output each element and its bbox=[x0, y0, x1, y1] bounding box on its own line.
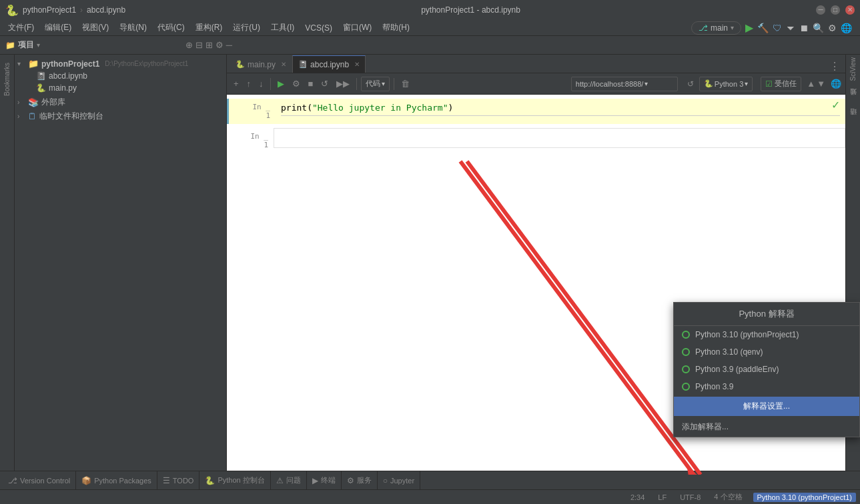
more-tabs-icon[interactable]: ⋮ bbox=[824, 60, 845, 73]
menu-code[interactable]: 代码(C) bbox=[152, 21, 190, 35]
breadcrumb-file: abcd.ipynb bbox=[87, 5, 125, 15]
project-close-icon[interactable]: ─ bbox=[226, 40, 232, 50]
interpreter-popup: Python 解释器 Python 3.10 (pythonProject1) … bbox=[673, 302, 860, 437]
settings-icon[interactable]: ⚙ bbox=[828, 23, 837, 33]
refresh-icon[interactable]: ↺ bbox=[687, 79, 694, 89]
tree-main-py[interactable]: 🐍 main.py bbox=[15, 82, 226, 94]
notebook-file-icon: 📓 bbox=[36, 71, 46, 81]
code-string: "Hello jupyter in Pycharm" bbox=[312, 103, 448, 113]
interpreter-item-0[interactable]: Python 3.10 (pythonProject1) bbox=[674, 326, 859, 343]
cell-2-code[interactable] bbox=[274, 128, 845, 148]
tree-abcd-ipynb[interactable]: 📓 abcd.ipynb bbox=[15, 70, 226, 82]
close-button[interactable]: ✕ bbox=[845, 5, 855, 15]
menu-window[interactable]: 窗口(W) bbox=[338, 21, 377, 35]
restart-button[interactable]: ↺ bbox=[318, 76, 331, 92]
minimize-button[interactable]: ─ bbox=[816, 5, 825, 15]
tab-abcd-close[interactable]: ✕ bbox=[354, 61, 360, 68]
services-icon: ⚙ bbox=[347, 476, 354, 485]
sciview-label[interactable]: SciView bbox=[849, 57, 857, 81]
bookmarks-label[interactable]: Bookmarks bbox=[2, 60, 12, 99]
python-packages-label: Python Packages bbox=[94, 477, 151, 485]
move-up-icon: ↑ bbox=[247, 79, 252, 89]
delete-cell-button[interactable]: 🗑 bbox=[398, 76, 412, 92]
status-bar: 2:34 LF UTF-8 4 个空格 Python 3.10 (pythonP… bbox=[0, 489, 860, 504]
project-tree: ▾ 📁 pythonProject1 D:\PythonEx\pythonPro… bbox=[15, 55, 226, 471]
cell-type-dropdown[interactable]: 代码 ▾ bbox=[361, 77, 390, 91]
menu-vcs[interactable]: VCS(S) bbox=[300, 22, 338, 34]
search-everywhere-icon[interactable]: 🔍 bbox=[813, 23, 824, 33]
main-py-label: main.py bbox=[49, 83, 77, 93]
menu-refactor[interactable]: 重构(R) bbox=[190, 21, 228, 35]
jupyter-url-bar[interactable]: http://localhost:8888/ ▾ bbox=[571, 77, 678, 91]
interpreter-item-1[interactable]: Python 3.10 (qenv) bbox=[674, 343, 859, 361]
tree-external-libs[interactable]: › 📚 外部库 bbox=[15, 95, 226, 109]
cell-1-in-label: In _ bbox=[229, 103, 270, 111]
bottom-tab-terminal[interactable]: ▶ 终端 bbox=[307, 471, 342, 490]
bottom-tab-problems[interactable]: ⚠ 问题 bbox=[271, 471, 307, 490]
bottom-tab-version-control[interactable]: ⎇ Version Control bbox=[3, 471, 76, 490]
add-interpreter-button[interactable]: 添加解释器... bbox=[674, 417, 859, 437]
cell-1-code[interactable]: print("Hello jupyter in Pycharm") bbox=[276, 99, 845, 120]
interpreter-item-2[interactable]: Python 3.9 (paddleEnv) bbox=[674, 361, 859, 378]
cell-type-chevron-icon: ▾ bbox=[382, 80, 385, 87]
run-cell-button[interactable]: ▶ bbox=[275, 76, 287, 92]
interpreter-settings-button[interactable]: 解释器设置... bbox=[674, 397, 859, 416]
more-run-icon[interactable]: ⏷ bbox=[786, 23, 795, 33]
bottom-tab-services[interactable]: ⚙ 服务 bbox=[342, 471, 378, 490]
expand-all-icon[interactable]: ⊞ bbox=[205, 40, 213, 50]
plugins-icon[interactable]: 🌐 bbox=[841, 23, 852, 33]
trusted-label: 受信任 bbox=[775, 79, 797, 89]
kernel-selector[interactable]: 🐍 Python 3 ▾ bbox=[699, 77, 753, 91]
tree-root[interactable]: ▾ 📁 pythonProject1 D:\PythonEx\pythonPro… bbox=[15, 57, 226, 70]
external-expand-icon: › bbox=[17, 99, 25, 106]
branch-selector[interactable]: ⎇ main ▾ bbox=[691, 21, 741, 35]
branch-label: main bbox=[711, 23, 728, 33]
stop-icon[interactable]: ⏹ bbox=[799, 23, 809, 33]
tab-abcd-ipynb[interactable]: 📓 abcd.ipynb ✕ bbox=[292, 55, 366, 73]
cell-1: In _ 1 print("Hello jupyter in Pycharm") bbox=[227, 99, 845, 124]
interpreter-item-3[interactable]: Python 3.9 bbox=[674, 378, 859, 395]
build-icon[interactable]: 🔨 bbox=[757, 23, 769, 33]
menu-edit[interactable]: 编辑(E) bbox=[39, 21, 77, 35]
maximize-button[interactable]: □ bbox=[831, 5, 840, 15]
settings-cell-button[interactable]: ⚙ bbox=[290, 76, 303, 92]
project-header-bar: 📁 项目 ▾ ⊕ ⊟ ⊞ ⚙ ─ bbox=[0, 36, 860, 55]
tab-abcd-label: abcd.ipynb bbox=[310, 60, 349, 69]
bottom-tab-todo[interactable]: ☰ TODO bbox=[157, 471, 200, 490]
menu-view[interactable]: 视图(V) bbox=[77, 21, 114, 35]
run-all-button[interactable]: ▶▶ bbox=[334, 76, 352, 92]
bottom-tab-python-console[interactable]: 🐍 Python 控制台 bbox=[199, 471, 270, 490]
stop-cell-button[interactable]: ■ bbox=[306, 76, 316, 92]
python-packages-icon: 📦 bbox=[81, 476, 91, 485]
menu-tools[interactable]: 工具(I) bbox=[266, 21, 300, 35]
bottom-tab-python-packages[interactable]: 📦 Python Packages bbox=[76, 471, 157, 490]
tree-scratch[interactable]: › 🗒 临时文件和控制台 bbox=[15, 109, 226, 123]
coverage-icon[interactable]: 🛡 bbox=[773, 23, 782, 33]
menu-file[interactable]: 文件(F) bbox=[3, 21, 39, 35]
interpreter-popup-title: Python 解释器 bbox=[674, 303, 859, 326]
add-cell-button[interactable]: + bbox=[231, 76, 242, 92]
run-button[interactable]: ▶ bbox=[745, 21, 753, 34]
move-cell-down-button[interactable]: ↓ bbox=[256, 76, 266, 92]
project-settings-icon[interactable]: ⚙ bbox=[216, 40, 224, 50]
prev-cell-icon[interactable]: ▲ bbox=[807, 79, 815, 89]
cell-2-prompt: In _ 1 bbox=[227, 128, 274, 153]
tab-main-close[interactable]: ✕ bbox=[281, 61, 286, 68]
menu-run[interactable]: 运行(U) bbox=[228, 21, 266, 35]
status-python-version[interactable]: Python 3.10 (pythonProject1) bbox=[753, 493, 856, 502]
move-cell-up-button[interactable]: ↑ bbox=[244, 76, 254, 92]
collapse-all-icon[interactable]: ⊟ bbox=[195, 40, 203, 50]
refresh-area: ↺ bbox=[687, 79, 694, 89]
menu-navigate[interactable]: 导航(N) bbox=[114, 21, 152, 35]
menu-help[interactable]: 帮助(H) bbox=[377, 21, 415, 35]
toolbar-sep-2 bbox=[356, 78, 357, 90]
globe-icon[interactable]: 🌐 bbox=[831, 79, 841, 89]
interpreter-dot-0 bbox=[682, 331, 690, 339]
code-print-fn: print bbox=[281, 103, 307, 113]
title-bar-left: 🐍 pythonProject1 › abcd.ipynb bbox=[5, 4, 125, 17]
bottom-tab-jupyter[interactable]: ○ Jupyter bbox=[378, 471, 420, 490]
trusted-checkbox-area: ☑ 受信任 bbox=[761, 77, 801, 91]
new-file-icon[interactable]: ⊕ bbox=[185, 40, 193, 50]
next-cell-icon[interactable]: ▼ bbox=[817, 79, 825, 89]
tab-main-py[interactable]: 🐍 main.py ✕ bbox=[230, 55, 292, 73]
